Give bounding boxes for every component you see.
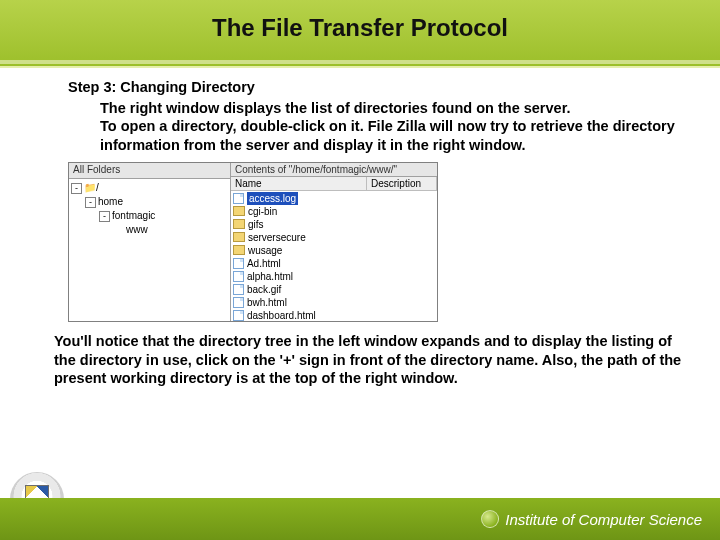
list-item[interactable]: cgi-bin <box>233 205 435 218</box>
file-icon <box>233 310 244 321</box>
list-item[interactable]: alpha.html <box>233 270 435 283</box>
list-item-label: alpha.html <box>247 270 293 283</box>
left-pane: All Folders - 📁 / - home - fontmagic <box>69 163 231 321</box>
step-heading: Step 3: Changing Directory <box>68 78 692 97</box>
tree-label: www <box>126 223 148 237</box>
list-item-label: dashboard.html <box>247 309 316 321</box>
list-item-label: back.gif <box>247 283 281 296</box>
list-item[interactable]: gifs <box>233 218 435 231</box>
filezilla-screenshot: All Folders - 📁 / - home - fontmagic <box>68 162 438 322</box>
list-item-label: access.log <box>247 192 298 205</box>
tree-node-home[interactable]: - home <box>71 195 228 209</box>
right-pane-title: Contents of "/home/fontmagic/www/" <box>231 163 437 177</box>
paragraph-1a: The right window displays the list of di… <box>68 99 692 118</box>
paragraph-1b: To open a directory, double-click on it.… <box>68 117 692 154</box>
list-item[interactable]: back.gif <box>233 283 435 296</box>
institute-text: Institute of Computer Science <box>505 511 702 528</box>
tree-label: / <box>96 181 99 195</box>
folder-icon <box>233 232 245 242</box>
list-item[interactable]: serversecure <box>233 231 435 244</box>
tree-node-www[interactable]: www <box>71 223 228 237</box>
list-item-label: serversecure <box>248 231 306 244</box>
list-item-label: bwh.html <box>247 296 287 309</box>
file-list: access.logcgi-bingifsserversecurewusageA… <box>231 191 437 321</box>
left-pane-title: All Folders <box>69 163 230 179</box>
expand-icon[interactable]: - <box>71 183 82 194</box>
list-item[interactable]: bwh.html <box>233 296 435 309</box>
tree-root[interactable]: - 📁 / <box>71 181 228 195</box>
tree-node-fontmagic[interactable]: - fontmagic <box>71 209 228 223</box>
list-item[interactable]: wusage <box>233 244 435 257</box>
tree-label: fontmagic <box>112 209 155 223</box>
header-band-accent <box>0 60 720 64</box>
col-desc[interactable]: Description <box>367 177 437 190</box>
column-headers: Name Description <box>231 177 437 191</box>
file-icon <box>233 271 244 282</box>
list-item-label: cgi-bin <box>248 205 277 218</box>
content-area: Step 3: Changing Directory The right win… <box>68 78 692 388</box>
folder-icon <box>233 206 245 216</box>
folder-icon <box>233 219 245 229</box>
list-item-label: wusage <box>248 244 282 257</box>
tree-label: home <box>98 195 123 209</box>
file-icon <box>233 258 244 269</box>
right-pane: Contents of "/home/fontmagic/www/" Name … <box>231 163 437 321</box>
file-icon <box>233 284 244 295</box>
col-name[interactable]: Name <box>231 177 367 190</box>
file-icon <box>233 297 244 308</box>
list-item[interactable]: Ad.html <box>233 257 435 270</box>
folder-icon <box>233 245 245 255</box>
expand-icon[interactable]: - <box>99 211 110 222</box>
paragraph-2: You'll notice that the directory tree in… <box>54 332 682 388</box>
globe-icon <box>481 510 499 528</box>
footer-band: Institute of Computer Science <box>0 498 720 540</box>
list-item[interactable]: dashboard.html <box>233 309 435 321</box>
list-item[interactable]: access.log <box>233 192 435 205</box>
institute-label: Institute of Computer Science <box>481 510 702 528</box>
page-title: The File Transfer Protocol <box>0 14 720 42</box>
folder-icon: 📁 <box>84 181 96 195</box>
list-item-label: Ad.html <box>247 257 281 270</box>
expand-icon[interactable]: - <box>85 197 96 208</box>
file-icon <box>233 193 244 204</box>
list-item-label: gifs <box>248 218 264 231</box>
directory-tree: - 📁 / - home - fontmagic www <box>69 179 230 239</box>
